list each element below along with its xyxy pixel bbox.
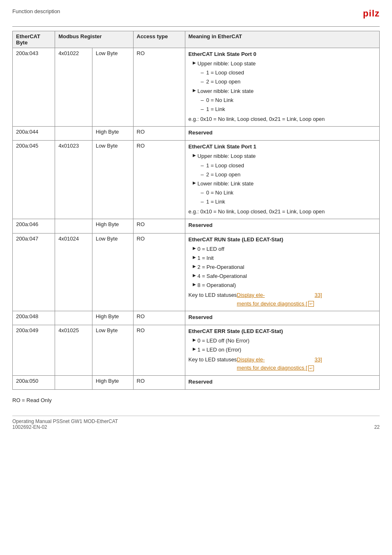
- meaning-line: ▶Lower nibble: Link state: [189, 87, 376, 95]
- meaning-item-text: Lower nibble: Link state: [198, 180, 254, 188]
- meaning-title: EtherCAT ERR State (LED ECAT-Stat): [189, 327, 376, 335]
- table-row: 200a:044High ByteROReserved: [13, 127, 380, 141]
- meaning-item-text: Lower nibble: Link state: [198, 87, 254, 95]
- dash-icon: –: [201, 171, 204, 179]
- meaning-line: ▶1 = LED on (Error): [189, 346, 376, 354]
- meaning-line: –0 = No Link: [189, 189, 376, 197]
- meaning-line: ▶Lower nibble: Link state: [189, 180, 376, 188]
- meaning-item-text: 1 = Init: [198, 254, 214, 262]
- pilz-logo: pilz: [363, 8, 380, 19]
- cell-reg-part: High Byte: [92, 127, 133, 141]
- meaning-link-text[interactable]: Display ele-ments for device diagnostics…: [237, 356, 314, 372]
- arrow-icon: ▶: [193, 152, 196, 159]
- cell-modbus-register: [55, 375, 92, 389]
- cell-modbus-register: 4x01025: [55, 325, 92, 375]
- cell-ethercat-byte: 200a:044: [13, 127, 55, 141]
- cell-access-type: RO: [133, 141, 185, 219]
- meaning-line: –2 = Loop open: [189, 78, 376, 86]
- meaning-item-text: 2 = Loop open: [206, 171, 241, 179]
- meaning-link-prefix: Key to LED statuses: [189, 291, 237, 299]
- col-header-modbus-register: Modbus Register: [55, 31, 133, 48]
- meaning-line: ▶8 = Operational): [189, 281, 376, 289]
- table-row: 200a:046High ByteROReserved: [13, 219, 380, 233]
- cell-ethercat-byte: 200a:049: [13, 325, 55, 375]
- meaning-line: e.g.: 0x10 = No link, Loop closed, 0x21 …: [189, 115, 376, 123]
- cell-access-type: RO: [133, 325, 185, 375]
- cell-reg-part: High Byte: [92, 375, 133, 389]
- meaning-link-text[interactable]: Display ele-ments for device diagnostics…: [237, 291, 314, 308]
- meaning-line: ▶1 = Init: [189, 254, 376, 262]
- dash-icon: –: [201, 198, 204, 206]
- arrow-icon: ▶: [193, 180, 196, 186]
- cell-access-type: RO: [133, 127, 185, 141]
- table-row: 200a:050High ByteROReserved: [13, 375, 380, 389]
- cell-reg-part: Low Byte: [92, 233, 133, 311]
- table-row: 200a:0454x01023Low ByteROEtherCAT Link S…: [13, 141, 380, 219]
- meaning-item-text: 1 = Loop closed: [206, 162, 244, 170]
- footer-manual-title: Operating Manual PSSnet GW1 MOD-EtherCAT: [12, 419, 118, 424]
- meaning-line: ▶Upper nibble: Loop state: [189, 60, 376, 68]
- cell-reg-part: Low Byte: [92, 325, 133, 375]
- meaning-line: –2 = Loop open: [189, 171, 376, 179]
- meaning-line: –0 = No Link: [189, 96, 376, 104]
- cell-modbus-register: 4x01024: [55, 233, 92, 311]
- meaning-item-text: Upper nibble: Loop state: [198, 152, 256, 160]
- cell-modbus-register: 4x01022: [55, 48, 92, 127]
- cell-meaning: EtherCAT Link State Port 1▶Upper nibble:…: [185, 141, 379, 219]
- table-row: 200a:048High ByteROReserved: [13, 311, 380, 325]
- meaning-link-suffix: 33]: [315, 356, 322, 364]
- table-header-row: EtherCATByte Modbus Register Access type…: [13, 31, 380, 48]
- arrow-icon: ▶: [193, 337, 196, 343]
- cell-modbus-register: 4x01023: [55, 141, 92, 219]
- dash-icon: –: [201, 189, 204, 197]
- dash-icon: –: [201, 105, 204, 113]
- meaning-title: EtherCAT Link State Port 0: [189, 50, 376, 58]
- meaning-item-text: Upper nibble: Loop state: [198, 60, 256, 68]
- meaning-item-text: 0 = LED off: [198, 245, 224, 253]
- cell-reg-part: High Byte: [92, 219, 133, 233]
- meaning-line: Key to LED statuses Display ele-ments fo…: [189, 291, 376, 308]
- meaning-title: Reserved: [189, 313, 376, 321]
- meaning-note-text: e.g.: 0x10 = No link, Loop closed, 0x21 …: [189, 208, 325, 216]
- cell-meaning: Reserved: [185, 219, 379, 233]
- table-row: 200a:0474x01024Low ByteROEtherCAT RUN St…: [13, 233, 380, 311]
- dash-icon: –: [201, 162, 204, 170]
- meaning-item-text: 1 = Link: [206, 105, 225, 113]
- meaning-line: –1 = Loop closed: [189, 69, 376, 77]
- cell-reg-part: Low Byte: [92, 141, 133, 219]
- meaning-item-text: 1 = Link: [206, 198, 225, 206]
- meaning-title: Reserved: [189, 221, 376, 229]
- dash-icon: –: [201, 78, 204, 86]
- meaning-line: Key to LED statuses Display ele-ments fo…: [189, 356, 376, 372]
- meaning-line: –1 = Link: [189, 198, 376, 206]
- meaning-line: ▶0 = LED off: [189, 245, 376, 253]
- cell-access-type: RO: [133, 311, 185, 325]
- meaning-line: e.g.: 0x10 = No link, Loop closed, 0x21 …: [189, 208, 376, 216]
- meaning-link-suffix: 33]: [315, 291, 322, 299]
- col-header-access-type: Access type: [133, 31, 185, 48]
- cell-access-type: RO: [133, 48, 185, 127]
- header-divider: [12, 26, 380, 27]
- col-header-ethercat-byte: EtherCATByte: [13, 31, 55, 48]
- cell-access-type: RO: [133, 219, 185, 233]
- footer-manual-info: Operating Manual PSSnet GW1 MOD-EtherCAT…: [12, 419, 118, 430]
- cell-reg-part: High Byte: [92, 311, 133, 325]
- cell-reg-part: Low Byte: [92, 48, 133, 127]
- page-footer: Operating Manual PSSnet GW1 MOD-EtherCAT…: [12, 416, 380, 430]
- cell-meaning: Reserved: [185, 127, 379, 141]
- main-table: EtherCATByte Modbus Register Access type…: [12, 31, 380, 390]
- cell-ethercat-byte: 200a:043: [13, 48, 55, 127]
- meaning-item-text: 8 = Operational): [198, 281, 236, 289]
- meaning-item-text: 2 = Pre-Operational: [198, 263, 244, 271]
- meaning-line: –1 = Loop closed: [189, 162, 376, 170]
- cell-ethercat-byte: 200a:046: [13, 219, 55, 233]
- arrow-icon: ▶: [193, 281, 196, 288]
- page-title: Function description: [12, 8, 60, 14]
- cell-ethercat-byte: 200a:050: [13, 375, 55, 389]
- meaning-title: EtherCAT Link State Port 1: [189, 143, 376, 151]
- ro-note: RO = Read Only: [12, 397, 380, 403]
- meaning-line: ▶2 = Pre-Operational: [189, 263, 376, 271]
- arrow-icon: ▶: [193, 254, 196, 261]
- meaning-title: Reserved: [189, 378, 376, 386]
- arrow-icon: ▶: [193, 60, 196, 66]
